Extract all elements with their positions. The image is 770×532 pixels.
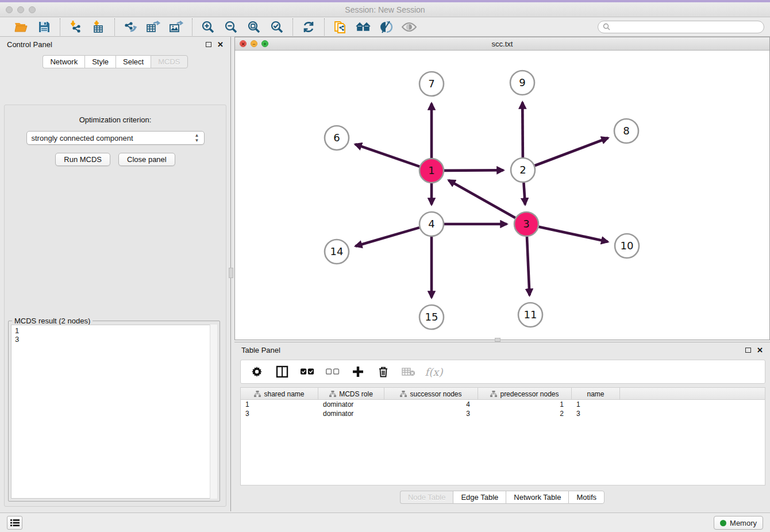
zoom-selected-icon[interactable]	[270, 20, 284, 34]
network-close-icon[interactable]: ✕	[240, 40, 247, 47]
cell-name[interactable]: 1	[572, 400, 620, 409]
graph-node-label: 1	[428, 164, 434, 176]
show-columns-icon[interactable]	[275, 365, 289, 379]
run-mcds-button[interactable]: Run MCDS	[55, 153, 110, 166]
tab-style[interactable]: Style	[84, 55, 116, 68]
float-table-panel-icon[interactable]	[745, 348, 751, 353]
network-canvas[interactable]: 1234678910111415	[235, 51, 769, 340]
graph-node-label: 7	[428, 78, 434, 90]
graph-node-9[interactable]: 9	[510, 71, 534, 95]
delete-column-icon[interactable]	[376, 365, 390, 379]
graph-edge-3-11[interactable]	[527, 237, 530, 295]
graph-edge-1-6[interactable]	[355, 144, 419, 167]
import-network-icon[interactable]	[68, 20, 83, 34]
graph-edge-3-1[interactable]	[449, 180, 515, 218]
open-file-icon[interactable]	[14, 20, 29, 34]
tab-network[interactable]: Network	[43, 55, 84, 68]
cell-shared-name[interactable]: 3	[241, 409, 318, 418]
graph-node-3[interactable]: 3	[514, 212, 538, 236]
column-header-mcds-role[interactable]: MCDS role	[318, 388, 384, 400]
float-panel-icon[interactable]	[206, 42, 211, 47]
graph-node-14[interactable]: 14	[325, 240, 349, 264]
show-hide-icon[interactable]	[402, 20, 417, 34]
cell-shared-name[interactable]: 1	[241, 400, 318, 409]
graph-node-4[interactable]: 4	[419, 212, 444, 236]
zoom-out-icon[interactable]	[224, 20, 238, 34]
graph-node-label: 14	[330, 245, 344, 257]
close-table-panel-icon[interactable]: ✕	[757, 346, 763, 354]
import-table-icon[interactable]	[91, 20, 106, 34]
style-toggle-icon[interactable]	[379, 20, 394, 34]
graph-node-8[interactable]: 8	[614, 119, 638, 143]
graph-edge-4-14[interactable]	[356, 228, 419, 246]
search-input[interactable]	[613, 23, 759, 31]
cell-mcds-role[interactable]: dominator	[318, 400, 384, 409]
graph-node-1[interactable]: 1	[419, 159, 444, 183]
column-label: name	[587, 390, 604, 398]
tab-select[interactable]: Select	[116, 55, 151, 68]
memory-label: Memory	[730, 519, 757, 527]
result-scrollbar[interactable]	[210, 325, 217, 499]
app-titlebar: Session: New Session	[0, 2, 770, 17]
network-window-titlebar[interactable]: ✕ − + scc.txt	[235, 37, 769, 51]
zoom-fit-icon[interactable]	[247, 20, 261, 34]
column-header-shared-name[interactable]: shared name	[241, 388, 318, 400]
memory-button[interactable]: Memory	[714, 516, 763, 530]
column-label: MCDS role	[339, 390, 373, 398]
tab-edge-table[interactable]: Edge Table	[453, 491, 506, 504]
graph-node-15[interactable]: 15	[419, 305, 444, 329]
graph-node-2[interactable]: 2	[511, 158, 535, 182]
column-header-predecessor-nodes[interactable]: predecessor nodes	[478, 388, 572, 400]
node-table-header: shared name MCDS role successor nodes pr…	[241, 388, 765, 400]
cell-successor-nodes[interactable]: 4	[384, 400, 478, 409]
task-history-button[interactable]	[7, 516, 22, 530]
graph-node-7[interactable]: 7	[419, 72, 444, 96]
add-column-icon[interactable]	[351, 365, 365, 379]
clone-network-icon[interactable]	[333, 20, 348, 34]
cell-predecessor-nodes[interactable]: 1	[478, 400, 572, 409]
export-table-icon[interactable]	[146, 20, 161, 34]
graph-edge-2-9[interactable]	[522, 102, 523, 157]
tab-network-table[interactable]: Network Table	[506, 491, 568, 504]
deselect-all-icon[interactable]	[326, 365, 340, 379]
column-label: predecessor nodes	[500, 390, 559, 398]
network-minimize-icon[interactable]: −	[251, 40, 257, 47]
save-session-icon[interactable]	[37, 20, 52, 34]
zoom-in-icon[interactable]	[201, 20, 215, 34]
criterion-select[interactable]: strongly connected component ▲▼	[26, 131, 205, 145]
close-panel-icon[interactable]: ✕	[217, 41, 224, 48]
export-network-icon[interactable]	[123, 20, 138, 34]
tab-node-table[interactable]: Node Table	[400, 491, 453, 504]
graph-node-11[interactable]: 11	[518, 303, 542, 327]
main-toolbar	[0, 17, 770, 37]
tab-mcds[interactable]: MCDS	[151, 55, 187, 68]
cell-name[interactable]: 3	[572, 409, 620, 418]
graph-edge-1-2[interactable]	[444, 170, 503, 171]
graph-edge-2-3[interactable]	[523, 183, 525, 205]
horizontal-splitter-handle[interactable]	[495, 338, 500, 342]
search-field[interactable]	[598, 21, 764, 33]
cell-predecessor-nodes[interactable]: 2	[478, 409, 572, 418]
export-image-icon[interactable]	[169, 20, 184, 34]
table-settings-gear-icon[interactable]	[250, 365, 264, 379]
control-panel-title: Control Panel	[7, 40, 52, 49]
graph-node-6[interactable]: 6	[325, 126, 349, 150]
table-row[interactable]: 1 dominator 4 1 1	[241, 400, 765, 409]
first-neighbors-icon[interactable]	[356, 20, 371, 34]
graph-edge-2-8[interactable]	[535, 138, 609, 165]
select-all-icon[interactable]	[301, 365, 314, 379]
mcds-result-text[interactable]: 1 3	[11, 325, 217, 499]
network-maximize-icon[interactable]: +	[261, 40, 268, 47]
column-header-name[interactable]: name	[572, 388, 620, 400]
cell-mcds-role[interactable]: dominator	[318, 409, 384, 418]
table-row[interactable]: 3 dominator 3 2 3	[241, 409, 765, 418]
vertical-splitter-handle[interactable]	[229, 268, 233, 278]
refresh-view-icon[interactable]	[301, 20, 316, 34]
close-panel-button[interactable]: Close panel	[118, 153, 175, 166]
tab-motifs[interactable]: Motifs	[568, 491, 605, 504]
graph-node-10[interactable]: 10	[615, 234, 639, 258]
graph-edge-3-10[interactable]	[538, 227, 607, 242]
cell-successor-nodes[interactable]: 3	[384, 409, 478, 418]
column-header-successor-nodes[interactable]: successor nodes	[384, 388, 478, 400]
column-label: successor nodes	[410, 390, 461, 398]
